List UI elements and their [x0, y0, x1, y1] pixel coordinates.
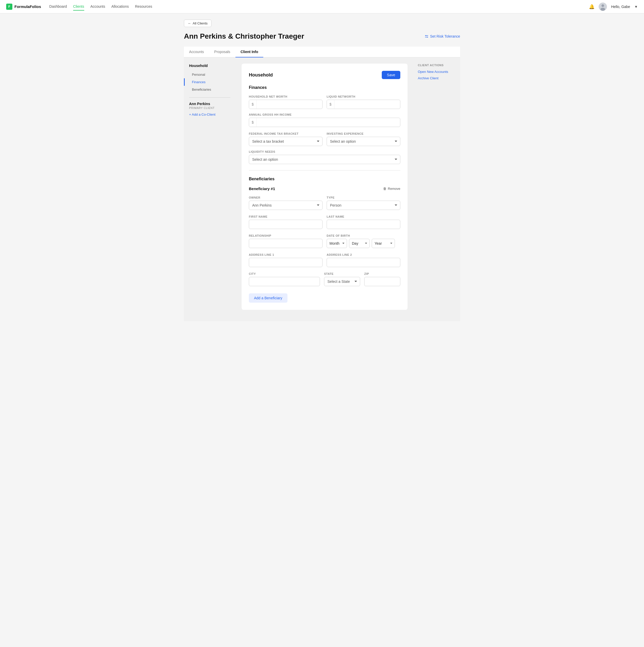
last-name-input[interactable] [327, 220, 400, 229]
svg-point-1 [601, 4, 604, 7]
nav-resources[interactable]: Resources [135, 3, 152, 11]
nav-accounts[interactable]: Accounts [90, 3, 105, 11]
back-to-all-clients-button[interactable]: ← All Clients [184, 19, 212, 27]
beneficiaries-section-title: Beneficiaries [249, 177, 400, 181]
sidebar: Household Personal Finances Beneficiarie… [184, 58, 235, 321]
tab-client-info[interactable]: Client Info [235, 47, 263, 58]
relationship-input[interactable] [249, 239, 323, 248]
liquidity-group: Liquidity Needs Select an option [249, 150, 400, 164]
address2-label: Address Line 2 [327, 253, 400, 256]
first-name-group: First Name [249, 215, 323, 229]
city-input[interactable] [249, 277, 320, 286]
nav-allocations[interactable]: Allocations [111, 3, 129, 11]
nav-links: Dashboard Clients Accounts Allocations R… [49, 3, 589, 11]
bell-icon[interactable]: 🔔 [589, 4, 594, 9]
net-worth-input-wrapper: $ [249, 100, 323, 109]
liquid-networth-group: Liquid Networth $ [327, 95, 400, 109]
type-select[interactable]: Person [327, 201, 400, 210]
relationship-group: Relationship [249, 234, 323, 248]
sidebar-client-role: Primary Client [184, 106, 235, 113]
page-header: Ann Perkins & Christopher Traeger Set Ri… [184, 32, 460, 41]
tabs: Accounts Proposals Client Info [184, 47, 460, 58]
annual-income-label: Annual Gross HH Income [249, 113, 400, 116]
annual-income-input[interactable] [257, 118, 400, 127]
svg-point-2 [600, 8, 605, 11]
zip-label: Zip [364, 272, 400, 275]
liquidity-label: Liquidity Needs [249, 150, 400, 153]
month-select[interactable]: Month [327, 239, 347, 248]
finances-row-1: Household Net Worth $ Liquid Networth $ [249, 95, 400, 127]
content-area: Household Personal Finances Beneficiarie… [184, 58, 460, 321]
relationship-label: Relationship [249, 234, 323, 237]
address2-input[interactable] [327, 258, 400, 267]
city-group: City [249, 272, 320, 286]
page-container: ← All Clients Ann Perkins & Christopher … [178, 13, 466, 328]
sidebar-household-title: Household [184, 64, 235, 71]
svg-point-5 [425, 35, 426, 36]
nav-dashboard[interactable]: Dashboard [49, 3, 67, 11]
client-actions-title: Client Actions [418, 64, 456, 67]
sidebar-client-name: Ann Perkins [184, 102, 235, 106]
client-actions-panel: Client Actions Open New Accounts Archive… [414, 58, 460, 321]
logo: F FormulaFolios [6, 4, 41, 10]
remove-label: Remove [388, 187, 400, 191]
save-button[interactable]: Save [382, 71, 400, 79]
tax-bracket-label: Federal Income Tax Bracket [249, 132, 323, 135]
card-header: Household Save [249, 71, 400, 79]
set-risk-label: Set Risk Tolerance [430, 34, 460, 39]
navbar: F FormulaFolios Dashboard Clients Accoun… [0, 0, 644, 13]
household-card-title: Household [249, 72, 273, 78]
investing-exp-group: Investing Experience Select an option [327, 132, 400, 146]
avatar [599, 3, 607, 11]
tab-proposals[interactable]: Proposals [209, 47, 235, 58]
beneficiary-rel-dob-row: Relationship Date of Birth Month [249, 234, 400, 248]
owner-group: Owner Ann Perkins [249, 196, 323, 210]
annual-income-input-wrapper: $ [249, 118, 400, 127]
zip-input[interactable] [364, 277, 400, 286]
beneficiary-name-row: First Name Last Name [249, 215, 400, 229]
beneficiary-1-title: Beneficiary #1 [249, 187, 275, 191]
tax-bracket-group: Federal Income Tax Bracket Select a tax … [249, 132, 323, 146]
net-worth-input[interactable] [257, 100, 322, 109]
main-content: Household Save Finances Household Net Wo… [235, 58, 414, 321]
nav-clients[interactable]: Clients [73, 3, 84, 11]
open-new-accounts-link[interactable]: Open New Accounts [418, 70, 456, 74]
first-name-label: First Name [249, 215, 323, 218]
annual-income-prefix: $ [249, 118, 257, 127]
liquid-networth-input-wrapper: $ [327, 100, 400, 109]
logo-icon: F [6, 4, 12, 10]
investing-exp-select[interactable]: Select an option [327, 137, 400, 146]
set-risk-tolerance-button[interactable]: Set Risk Tolerance [425, 34, 460, 39]
add-beneficiary-button[interactable]: Add a Beneficiary [249, 293, 287, 303]
address1-input[interactable] [249, 258, 323, 267]
net-worth-group: Household Net Worth $ [249, 95, 323, 109]
liquid-networth-label: Liquid Networth [327, 95, 400, 98]
sidebar-item-personal[interactable]: Personal [184, 71, 235, 78]
liquidity-select[interactable]: Select an option [249, 155, 400, 164]
day-select[interactable]: Day [349, 239, 370, 248]
beneficiary-1: Beneficiary #1 🗑 Remove Owner A [249, 187, 400, 286]
annual-income-group: Annual Gross HH Income $ [249, 113, 400, 127]
first-name-input[interactable] [249, 220, 323, 229]
dropdown-arrow-icon[interactable]: ▼ [634, 5, 638, 9]
tab-accounts[interactable]: Accounts [184, 47, 209, 58]
tax-bracket-select[interactable]: Select a tax bracket [249, 137, 323, 146]
archive-client-link[interactable]: Archive Client [418, 76, 456, 80]
state-select[interactable]: Select a State [324, 277, 360, 286]
owner-select[interactable]: Ann Perkins [249, 201, 323, 210]
section-divider [249, 170, 400, 170]
liquid-networth-input[interactable] [334, 100, 400, 109]
sidebar-item-finances[interactable]: Finances [184, 78, 235, 86]
type-group: Type Person [327, 196, 400, 210]
type-label: Type [327, 196, 400, 199]
address1-label: Address Line 1 [249, 253, 323, 256]
investing-exp-label: Investing Experience [327, 132, 400, 135]
dob-label: Date of Birth [327, 234, 400, 237]
finances-row-2: Federal Income Tax Bracket Select a tax … [249, 132, 400, 164]
sidebar-item-beneficiaries[interactable]: Beneficiaries [184, 86, 235, 93]
year-select[interactable]: Year [372, 239, 395, 248]
remove-beneficiary-button[interactable]: 🗑 Remove [383, 187, 400, 191]
add-co-client-button[interactable]: + Add a Co-Client [184, 113, 235, 117]
finances-section: Finances Household Net Worth $ Liquid Ne… [249, 85, 400, 164]
svg-point-6 [427, 37, 428, 38]
